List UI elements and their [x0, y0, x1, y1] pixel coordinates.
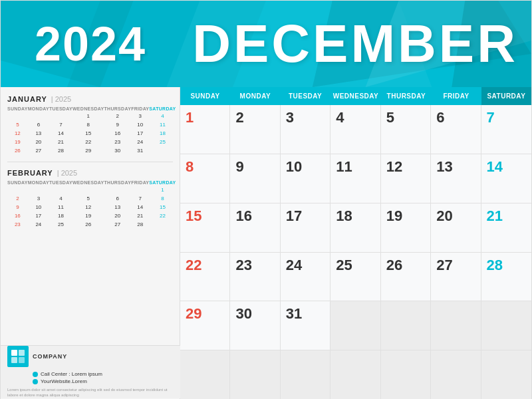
mini-cell: 28	[131, 220, 149, 229]
mini-cal-february-year: | 2025	[57, 169, 77, 177]
month-section: DECEMBER	[172, 1, 518, 87]
company-name-label: COMPANY	[33, 353, 67, 360]
cal-date-number: 18	[336, 209, 352, 223]
footer-disclaimer: Lorem ipsum dolor sit amet consectetur a…	[7, 388, 174, 398]
mini-cal-january-header: JANUARY | 2025	[7, 95, 173, 103]
cal-date-number: 15	[186, 209, 201, 223]
mini-cell	[149, 146, 176, 155]
mini-cal-january: JANUARY | 2025 SUNDAY MONDAY TUESDAY WED…	[1, 87, 180, 160]
cal-date-number: 29	[186, 307, 201, 321]
sidebar-divider-1	[7, 162, 173, 162]
cal-cell: 31	[281, 301, 331, 350]
col-thu: THURSDAY	[104, 106, 131, 112]
cal-cell: 9	[230, 154, 280, 203]
cal-cell	[431, 301, 481, 350]
cal-cell	[331, 350, 380, 399]
mini-cell: 3	[131, 112, 149, 120]
mini-cell: 9	[7, 203, 28, 211]
cal-date-number: 8	[186, 160, 194, 174]
cal-row: 22232425262728	[180, 253, 531, 302]
mini-cell	[7, 186, 28, 194]
cal-cell	[230, 350, 280, 399]
footer: COMPANY Call Center : Lorem ipsum YourWe…	[1, 345, 180, 398]
mini-cell: 29	[72, 146, 104, 155]
cal-cell	[180, 350, 230, 399]
mini-cell: 9	[104, 120, 131, 129]
mini-cal-february-month: FEBRUARY	[7, 169, 53, 177]
mini-cell: 21	[49, 138, 72, 146]
mini-cell: 20	[104, 211, 131, 220]
cal-cell: 11	[331, 154, 380, 203]
header: 2024 DECEMBER	[1, 1, 531, 87]
mini-cell: 23	[104, 138, 131, 146]
col-wed2: WEDNESDAY	[72, 180, 104, 186]
cal-cell	[331, 301, 380, 350]
mini-cell: 14	[131, 203, 149, 211]
cal-cell: 17	[281, 203, 331, 252]
col-wed: WEDNESDAY	[72, 106, 104, 112]
cal-cell: 3	[281, 105, 331, 154]
mini-cell: 28	[49, 146, 72, 155]
mini-cell	[104, 186, 131, 194]
mini-cell: 12	[72, 203, 104, 211]
cal-cell: 15	[180, 203, 230, 252]
mini-cell: 6	[104, 194, 131, 203]
mini-cell: 31	[131, 146, 149, 155]
mini-cell: 30	[104, 146, 131, 155]
cal-date-number: 23	[235, 258, 251, 273]
mini-cell: 24	[28, 220, 49, 229]
website-dot	[33, 379, 38, 384]
cal-date-number: 13	[436, 160, 452, 174]
col-mon2: MONDAY	[28, 180, 49, 186]
cal-date-number: 6	[436, 110, 444, 125]
mini-cell	[28, 112, 49, 120]
mini-cal-january-month: JANUARY	[7, 95, 47, 103]
cal-cell: 5	[381, 105, 431, 154]
cal-date-number: 9	[235, 160, 243, 174]
mini-cal-february: FEBRUARY | 2025 SUNDAY MONDAY TUESDAY WE…	[1, 164, 180, 234]
company-logo	[7, 346, 29, 367]
cal-date-number: 25	[336, 258, 352, 273]
cal-cell: 27	[431, 253, 481, 301]
mini-cell	[7, 112, 28, 120]
col-sat: SATURDAY	[149, 106, 176, 112]
cal-date-number: 31	[286, 307, 302, 321]
call-center-line: Call Center : Lorem ipsum	[33, 371, 174, 377]
cal-cell	[481, 301, 531, 350]
mini-cell: 15	[72, 129, 104, 138]
svg-rect-9	[11, 357, 17, 363]
cal-date-number: 5	[386, 110, 394, 125]
mini-cell: 17	[28, 211, 49, 220]
cal-cell: 21	[481, 203, 531, 252]
mini-cell: 15	[149, 203, 176, 211]
mini-cell	[149, 220, 176, 229]
col-sun: SUNDAY	[7, 106, 28, 112]
mini-cell: 25	[49, 220, 72, 229]
mini-cell: 22	[72, 138, 104, 146]
mini-cell: 17	[131, 129, 149, 138]
header-friday: FRIDAY	[432, 87, 481, 105]
main-cal-header: SUNDAY MONDAY TUESDAY WEDNESDAY THURSDAY…	[180, 87, 531, 105]
mini-cell: 26	[72, 220, 104, 229]
col-fri2: FRIDAY	[131, 180, 149, 186]
cal-row	[180, 350, 531, 399]
cal-date-number: 19	[386, 209, 402, 223]
cal-cell: 30	[230, 301, 280, 350]
cal-date-number: 4	[336, 110, 344, 125]
mini-cell	[28, 186, 49, 194]
svg-rect-7	[11, 350, 17, 356]
mini-cal-january-year: | 2025	[51, 95, 71, 103]
cal-date-number: 30	[235, 307, 251, 321]
cal-row: 1234567	[180, 105, 531, 154]
cal-date-number: 2	[235, 110, 243, 125]
month-label: DECEMBER	[192, 13, 518, 74]
cal-date-number: 14	[487, 160, 503, 174]
svg-rect-8	[19, 350, 25, 356]
footer-logo-row: COMPANY	[7, 346, 174, 367]
mini-cell: 10	[28, 203, 49, 211]
cal-date-number: 10	[286, 160, 302, 174]
cal-cell: 28	[481, 253, 531, 301]
calendar-page: 2024 DECEMBER JANUARY | 2025 SUNDAY	[0, 0, 532, 399]
mini-cell: 2	[7, 194, 28, 203]
website-text: YourWebsite.Lorem	[41, 378, 87, 384]
